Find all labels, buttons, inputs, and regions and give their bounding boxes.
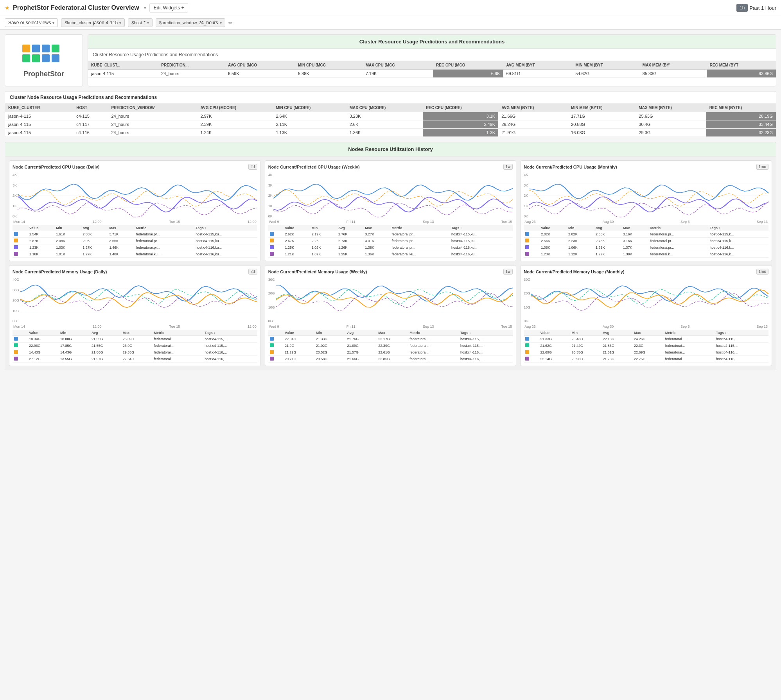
node-resource-col-header: REC MEM (BYTE) (706, 104, 776, 112)
pencil-icon[interactable]: ✏ (228, 20, 233, 26)
legend-cell: 1.06K (539, 244, 567, 251)
legend-col-header: Tags ↓ (715, 330, 768, 336)
table-cell: 54.62G (572, 70, 639, 78)
legend-color-cell (268, 349, 283, 356)
prophetstor-logo (20, 43, 67, 66)
y-label: 20G (524, 291, 530, 295)
legend-cell: host:c4-115,k... (708, 238, 768, 244)
y-label: 20G (13, 298, 19, 302)
y-label: 30G (268, 278, 275, 282)
table-cell: 26.24G (498, 120, 568, 129)
y-label: 1K (13, 204, 17, 208)
legend-cell: 21.57G (346, 349, 377, 356)
legend-color-box (525, 350, 529, 354)
legend-color-box (270, 350, 274, 354)
chart-legend-table: ValueMinAvgMaxMetricTags ↓2.54K1.61K2.88… (13, 225, 257, 258)
legend-cell: 20.52G (314, 349, 346, 356)
y-label: 4K (524, 173, 528, 177)
chart-y-labels: 4K3K2K1K0K (524, 172, 528, 219)
legend-cell: 22.96G (27, 343, 59, 349)
page-title: ProphetStor Federator.ai Cluster Overvie… (13, 4, 139, 11)
legend-cell: 3.01K (363, 238, 390, 244)
legend-cell: 21.02G (314, 343, 346, 349)
node-resource-col-header: KUBE_CLUSTER (5, 104, 73, 112)
y-label: 3K (268, 183, 273, 187)
legend-color-box (270, 343, 274, 347)
chart-badge: 1mo (756, 269, 768, 275)
svg-rect-1 (32, 45, 40, 52)
legend-row: 2.62K2.19K2.76K3.27Kfederatorai.pr...hos… (268, 231, 513, 238)
chart-svg-container (276, 277, 513, 324)
table-cell: 25.63G (636, 112, 706, 120)
legend-col-header: Value (539, 330, 570, 336)
legend-row: 22.69G20.35G21.61G22.69Gfederatorai...ho… (524, 349, 768, 356)
title-dropdown-icon[interactable]: ▾ (144, 5, 146, 11)
chart-line (529, 197, 768, 212)
legend-cell: 20.35G (570, 349, 601, 356)
chart-x-labels: Wed 9Fri 11Sep 13Tue 15 (268, 220, 513, 224)
legend-col-header: Tags ↓ (450, 225, 513, 231)
table-cell: 6.9K (433, 70, 503, 78)
chart-title: Node Current/Predicted Memory Usage (Wee… (268, 269, 367, 274)
chart-title: Node Current/Predicted CPU Usage (Monthl… (524, 165, 617, 169)
legend-cell: 2.56K (539, 238, 567, 244)
legend-color-cell (268, 244, 284, 251)
legend-cell: 21.33G (314, 336, 346, 343)
legend-cell: federatorai... (408, 349, 459, 356)
legend-cell: 21.69G (346, 343, 377, 349)
legend-cell: 20.71G (283, 356, 314, 363)
chart-line (276, 292, 513, 307)
node-resource-col-header: MAX MEM (BYTE) (636, 104, 706, 112)
legend-col-header (524, 225, 539, 231)
table-cell: 20.88G (568, 120, 636, 129)
legend-color-cell (524, 336, 539, 343)
legend-cell: 1.01K (54, 251, 81, 258)
time-1h-button[interactable]: 1h (736, 4, 748, 12)
table-cell: 24_hours (108, 129, 197, 137)
prediction-filter[interactable]: $prediction_window 24_hours ▾ (156, 18, 225, 27)
x-label: Sep 13 (756, 220, 768, 224)
y-label: 0K (524, 214, 528, 218)
chart-x-labels: Mon 1412:00Tue 1512:00 (13, 325, 257, 328)
y-label: 30G (13, 288, 19, 292)
chart-x-labels: Mon 1412:00Tue 1512:00 (13, 220, 257, 224)
chart-card: Node Current/Predicted Memory Usage (Mon… (520, 265, 772, 366)
legend-cell: host:c4-116,ku... (194, 251, 257, 258)
table-cell: jason-4-115 (5, 112, 73, 120)
legend-cell: 2.87K (28, 238, 54, 244)
utilization-section: Nodes Resource Utilization History Node … (5, 142, 776, 370)
star-icon[interactable]: ★ (5, 5, 10, 11)
y-label: 10G (524, 305, 530, 309)
legend-header-row: ValueMinAvgMaxMetricTags ↓ (268, 225, 513, 231)
legend-color-cell (524, 343, 539, 349)
chart-line (531, 293, 768, 311)
chart-card-header: Node Current/Predicted CPU Usage (Monthl… (524, 164, 768, 170)
legend-cell: 1.37K (621, 244, 649, 251)
legend-cell: 14.43G (27, 349, 59, 356)
chart-y-labels: 4K3K2K1K0K (268, 172, 273, 219)
cluster-resource-subtitle: Cluster Resource Usage Predictions and R… (88, 49, 776, 61)
legend-color-cell (268, 238, 284, 244)
host-filter[interactable]: $host * ▾ (128, 18, 153, 27)
y-label: 20G (268, 291, 275, 295)
views-dropdown[interactable]: Save or select views ▾ (5, 18, 58, 27)
x-label: Mon 14 (13, 220, 25, 224)
node-resource-col-header: AVG MEM (BYTE) (498, 104, 568, 112)
legend-cell: 1.02K (310, 244, 337, 251)
legend-cell: 13.55G (59, 356, 90, 363)
chart-line (529, 190, 768, 206)
x-label: Sep 6 (680, 220, 690, 224)
kube-cluster-filter[interactable]: $kube_cluster jason-4-115 ▾ (61, 18, 125, 27)
legend-cell: host:c4-115,... (715, 343, 768, 349)
edit-widgets-button[interactable]: Edit Widgets + (149, 3, 189, 13)
chart-legend-table: ValueMinAvgMaxMetricTags ↓2.62K2.19K2.76… (268, 225, 513, 258)
legend-cell: 1.06K (567, 244, 594, 251)
cluster-resource-title: Cluster Resource Usage Predictions and R… (88, 35, 776, 49)
svg-rect-4 (22, 54, 30, 62)
legend-cell: host:c4-116,k... (708, 244, 768, 251)
y-label: 0G (524, 319, 530, 323)
legend-cell: 1.61K (54, 231, 81, 238)
svg-rect-7 (52, 54, 59, 62)
legend-cell: 3.16K (621, 231, 649, 238)
legend-cell: federatorai.pr... (649, 244, 708, 251)
